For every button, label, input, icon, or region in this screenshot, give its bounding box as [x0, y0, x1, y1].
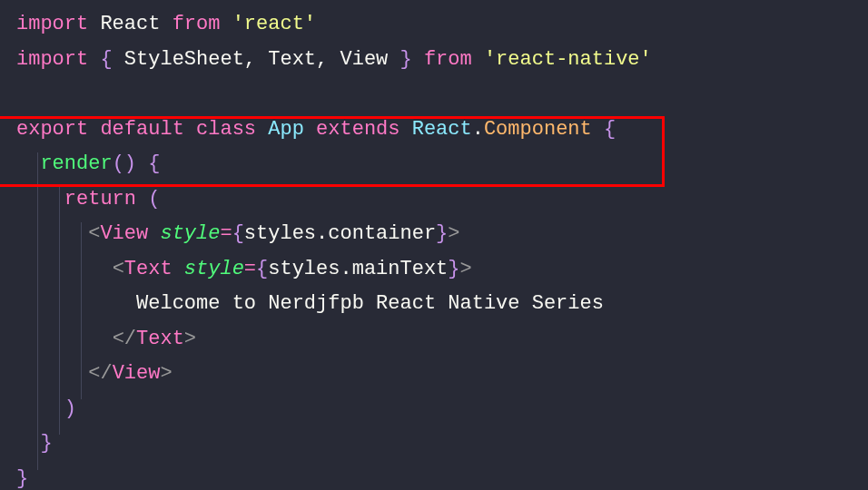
prop: styles	[244, 222, 316, 245]
code-line: }	[16, 462, 868, 491]
attr-brace: {	[232, 222, 244, 245]
keyword-class: class	[196, 118, 256, 141]
code-line: )	[16, 392, 868, 427]
attr-style: style	[184, 258, 244, 280]
tag-bracket: <	[88, 222, 100, 245]
identifier: View	[340, 48, 388, 71]
attr-brace: {	[256, 258, 268, 280]
code-editor[interactable]: import React from 'react' import { Style…	[0, 7, 868, 490]
jsx-text: Welcome to Nerdjfpb React Native Series	[136, 292, 604, 315]
tag-bracket: </	[88, 362, 112, 385]
attr-style: style	[160, 222, 220, 245]
code-line: }	[16, 426, 868, 462]
code-line: </Text>	[16, 322, 868, 358]
code-line: <View style={styles.container}>	[16, 217, 868, 252]
keyword-export: export	[16, 118, 88, 141]
code-line: </View>	[16, 357, 868, 392]
code-line: export default class App extends React.C…	[16, 113, 868, 148]
brace: {	[148, 152, 160, 175]
tag-bracket: >	[448, 222, 459, 245]
code-line: Welcome to Nerdjfpb React Native Series	[16, 287, 868, 322]
tag-bracket: <	[113, 258, 124, 280]
tag-view: View	[113, 362, 161, 385]
keyword-extends: extends	[316, 118, 399, 141]
dot: .	[340, 258, 351, 280]
identifier-react: React	[100, 13, 160, 35]
tag-bracket: >	[160, 362, 172, 385]
brace: }	[40, 432, 52, 455]
member: Component	[484, 118, 592, 141]
class-name: React	[412, 118, 472, 141]
parens: ()	[113, 152, 136, 175]
prop: container	[328, 222, 436, 245]
tag-view: View	[100, 222, 148, 245]
keyword-import: import	[16, 48, 88, 71]
tag-bracket: >	[184, 328, 196, 350]
keyword-from: from	[424, 48, 472, 71]
equals: =	[244, 258, 256, 280]
comma: ,	[244, 48, 256, 71]
keyword-import: import	[16, 13, 88, 35]
code-line: render() {	[16, 147, 868, 182]
prop: mainText	[352, 258, 449, 280]
tag-text: Text	[136, 328, 184, 350]
dot: .	[316, 222, 328, 245]
paren: (	[148, 188, 160, 211]
brace: {	[604, 118, 616, 141]
keyword-default: default	[100, 118, 183, 141]
tag-bracket: </	[113, 328, 136, 350]
dot: .	[472, 118, 484, 141]
keyword-from: from	[173, 13, 221, 35]
paren: )	[64, 397, 76, 420]
keyword-return: return	[64, 188, 136, 211]
attr-brace: }	[448, 258, 459, 280]
method-render: render	[40, 152, 112, 175]
comma: ,	[316, 48, 328, 71]
equals: =	[220, 222, 232, 245]
code-line: <Text style={styles.mainText}>	[16, 252, 868, 288]
brace: }	[16, 467, 28, 490]
identifier: Text	[268, 48, 316, 71]
code-line: return (	[16, 182, 868, 218]
prop: styles	[268, 258, 340, 280]
tag-bracket: >	[460, 258, 472, 280]
class-name: App	[268, 118, 304, 141]
brace: {	[100, 48, 112, 71]
blank-line	[16, 77, 868, 113]
code-line: import React from 'react'	[16, 7, 868, 43]
tag-text: Text	[124, 258, 173, 280]
string-react: 'react'	[232, 13, 316, 35]
identifier: StyleSheet	[124, 48, 244, 71]
string-react-native: 'react-native'	[484, 48, 652, 71]
code-line: import { StyleSheet, Text, View } from '…	[16, 43, 868, 78]
brace: }	[400, 48, 412, 71]
attr-brace: }	[436, 222, 448, 245]
